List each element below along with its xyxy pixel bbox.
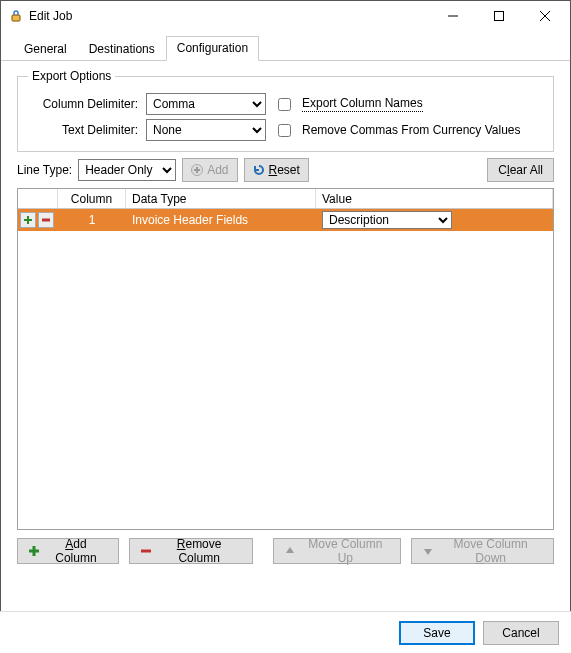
svg-rect-0 — [12, 15, 20, 21]
remove-commas-checkbox[interactable] — [278, 124, 291, 137]
add-column-button[interactable]: Add Column — [17, 538, 119, 564]
export-options-legend: Export Options — [28, 69, 115, 83]
tab-content: Export Options Column Delimiter: Comma E… — [1, 61, 570, 564]
clear-all-label: Clear All — [498, 163, 543, 177]
cancel-button[interactable]: Cancel — [483, 621, 559, 645]
tab-strip: General Destinations Configuration — [1, 31, 570, 61]
grid-header-column[interactable]: Column — [58, 189, 126, 208]
row-data-type: Invoice Header Fields — [126, 209, 316, 231]
remove-column-button[interactable]: Remove Column — [129, 538, 254, 564]
window-title: Edit Job — [29, 9, 430, 23]
clear-all-button[interactable]: Clear All — [487, 158, 554, 182]
remove-commas-label: Remove Commas From Currency Values — [302, 123, 521, 137]
export-column-names-checkbox[interactable] — [278, 98, 291, 111]
reset-icon — [253, 164, 265, 176]
close-button[interactable] — [522, 1, 568, 31]
remove-column-label: Remove Column — [156, 537, 243, 565]
add-line-button[interactable]: Add — [182, 158, 237, 182]
grid-header-value[interactable]: Value — [316, 189, 553, 208]
grid-header: Column Data Type Value — [18, 189, 553, 209]
title-bar: Edit Job — [1, 1, 570, 31]
line-type-label: Line Type: — [17, 163, 72, 177]
minus-icon — [140, 545, 152, 557]
tab-general[interactable]: General — [13, 37, 78, 61]
maximize-button[interactable] — [476, 1, 522, 31]
lock-icon — [9, 9, 23, 23]
row-add-button[interactable] — [20, 212, 36, 228]
text-delimiter-select[interactable]: None — [146, 119, 266, 141]
tab-configuration[interactable]: Configuration — [166, 36, 259, 61]
row-column-number: 1 — [58, 209, 126, 231]
add-line-label: Add — [207, 163, 228, 177]
save-button[interactable]: Save — [399, 621, 475, 645]
export-column-names-label: Export Column Names — [302, 96, 423, 112]
dialog-footer: Save Cancel — [0, 611, 571, 653]
grid-header-icons — [18, 189, 58, 208]
arrow-down-icon — [422, 545, 434, 557]
reset-label: Reset — [269, 163, 300, 177]
move-column-up-button[interactable]: Move Column Up — [273, 538, 401, 564]
minimize-button[interactable] — [430, 1, 476, 31]
export-options-group: Export Options Column Delimiter: Comma E… — [17, 69, 554, 152]
reset-button[interactable]: Reset — [244, 158, 309, 182]
move-column-down-button[interactable]: Move Column Down — [411, 538, 554, 564]
add-column-label: Add Column — [44, 537, 108, 565]
move-up-label: Move Column Up — [300, 537, 390, 565]
row-icons — [18, 209, 58, 231]
row-value-cell: Description — [316, 209, 553, 231]
columns-grid: Column Data Type Value 1 Invoice Header … — [17, 188, 554, 530]
svg-rect-2 — [495, 12, 504, 21]
plus-icon — [28, 545, 40, 557]
arrow-up-icon — [284, 545, 296, 557]
grid-actions: Add Column Remove Column Move Column Up … — [17, 538, 554, 564]
line-type-toolbar: Line Type: Header Only Add Reset Clear A… — [17, 158, 554, 182]
grid-header-datatype[interactable]: Data Type — [126, 189, 316, 208]
line-type-select[interactable]: Header Only — [78, 159, 176, 181]
table-row[interactable]: 1 Invoice Header Fields Description — [18, 209, 553, 231]
row-remove-button[interactable] — [38, 212, 54, 228]
move-down-label: Move Column Down — [438, 537, 543, 565]
column-delimiter-label: Column Delimiter: — [28, 97, 138, 111]
row-value-select[interactable]: Description — [322, 211, 452, 229]
plus-icon — [191, 164, 203, 176]
tab-destinations[interactable]: Destinations — [78, 37, 166, 61]
column-delimiter-select[interactable]: Comma — [146, 93, 266, 115]
text-delimiter-label: Text Delimiter: — [28, 123, 138, 137]
